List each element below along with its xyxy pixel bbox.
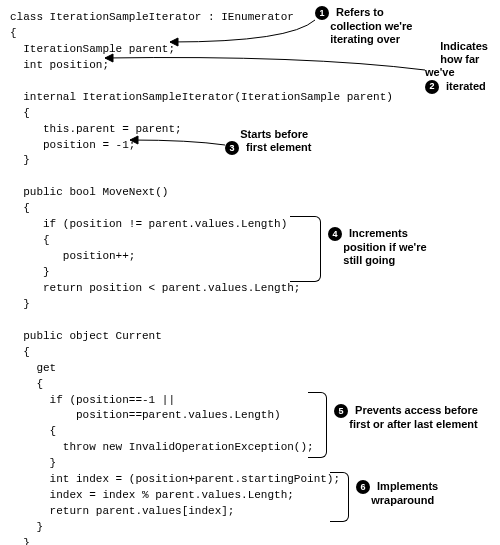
annotation-1-line2: collection we're [330,20,412,32]
annotation-2-line2: how far we've [425,53,479,78]
annotation-5-line2: first or after last element [349,418,477,430]
annotation-3-line1: Starts before [240,128,308,140]
annotation-6: 6 Implements wraparound [356,480,438,507]
annotation-2: Indicates how far we've 2 iterated [425,40,500,94]
badge-6: 6 [356,480,370,494]
annotation-4-line3: still going [343,254,395,266]
bracket-4 [290,216,321,282]
annotation-5-line1: Prevents access before [355,404,478,416]
annotation-3-line2: first element [246,141,311,153]
annotation-4-line1: Increments [349,227,408,239]
badge-4: 4 [328,227,342,241]
bracket-5 [308,392,327,458]
annotation-5: 5 Prevents access before first or after … [334,404,478,431]
code-listing: class IterationSampleIterator : IEnumera… [10,10,490,545]
badge-1: 1 [315,6,329,20]
annotation-1: 1 Refers to collection we're iterating o… [315,6,412,46]
badge-5: 5 [334,404,348,418]
annotation-1-line3: iterating over [330,33,400,45]
annotation-2-line3: iterated [446,80,486,92]
annotation-4-line2: position if we're [343,241,426,253]
annotation-2-line1: Indicates [440,40,488,52]
bracket-6 [330,472,349,522]
badge-3: 3 [225,141,239,155]
annotation-3: Starts before 3 first element [225,128,311,155]
annotation-1-line1: Refers to [336,6,384,18]
annotation-6-line1: Implements [377,480,438,492]
annotation-6-line2: wraparound [371,494,434,506]
badge-2: 2 [425,80,439,94]
annotation-4: 4 Increments position if we're still goi… [328,227,427,267]
